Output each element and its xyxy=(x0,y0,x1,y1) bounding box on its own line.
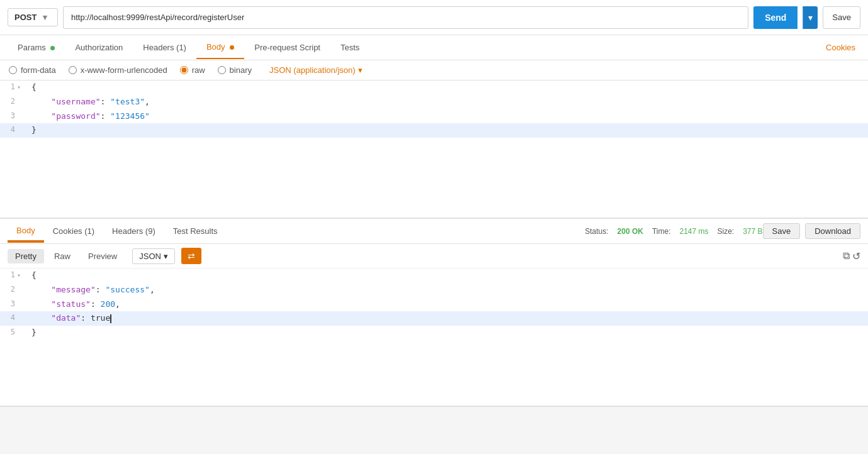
response-header: Body Cookies (1) Headers (9) Test Result… xyxy=(0,219,868,244)
json-select-chevron-icon: ▾ xyxy=(164,252,168,261)
response-download-button[interactable]: Download xyxy=(805,223,860,239)
status-value: 200 OK xyxy=(617,227,643,236)
request-line-3: 3 "password": "123456" xyxy=(0,109,868,124)
res-tab-headers[interactable]: Headers (9) xyxy=(103,220,164,242)
url-input[interactable] xyxy=(63,6,748,29)
urlencoded-radio[interactable] xyxy=(69,66,77,74)
raw-radio[interactable] xyxy=(180,66,188,74)
method-chevron-icon: ▾ xyxy=(43,13,47,22)
send-button[interactable]: Send xyxy=(753,6,798,29)
fold-arrow-1[interactable]: ▾ xyxy=(17,82,21,92)
cookies-link[interactable]: Cookies xyxy=(821,36,860,58)
json-type-label: JSON (application/json) xyxy=(269,65,356,75)
tab-pre-request[interactable]: Pre-request Script xyxy=(244,36,330,58)
response-json-dropdown[interactable]: JSON ▾ xyxy=(132,248,175,264)
response-body-editor[interactable]: 1 ▾ { 2 "message": "success", 3 "status"… xyxy=(0,269,868,407)
request-line-2: 2 "username": "test3", xyxy=(0,95,868,109)
response-line-3: 3 "status": 200, xyxy=(0,297,868,312)
send-dropdown-button[interactable]: ▾ xyxy=(803,6,818,29)
format-preview-button[interactable]: Preview xyxy=(81,249,125,263)
line-num-wrap-1: 1 ▾ xyxy=(0,81,26,93)
json-type-dropdown[interactable]: JSON (application/json) ▾ xyxy=(269,65,363,75)
method-selector[interactable]: POST ▾ xyxy=(8,8,58,26)
body-dot xyxy=(230,45,234,50)
response-line-1: 1 ▾ { xyxy=(0,269,868,283)
request-line-1: 1 ▾ { xyxy=(0,80,868,95)
request-tabs: Params Authorization Headers (1) Body Pr… xyxy=(0,35,868,60)
response-section: Body Cookies (1) Headers (9) Test Result… xyxy=(0,219,868,407)
method-label: POST xyxy=(14,13,37,22)
form-data-radio[interactable] xyxy=(9,66,17,74)
save-button[interactable]: Save xyxy=(823,6,860,29)
wrap-button[interactable]: ⇄ xyxy=(181,248,201,264)
format-raw-button[interactable]: Raw xyxy=(47,249,78,263)
params-dot xyxy=(50,46,55,50)
format-pretty-button[interactable]: Pretty xyxy=(8,249,44,263)
size-value: 377 B xyxy=(743,227,762,236)
raw-option[interactable]: raw xyxy=(180,65,205,75)
request-body-editor[interactable]: 1 ▾ { 2 "username": "test3", 3 "password… xyxy=(0,80,868,219)
res-tab-body[interactable]: Body xyxy=(8,219,44,243)
tab-params[interactable]: Params xyxy=(8,36,65,58)
tab-tests[interactable]: Tests xyxy=(330,36,369,58)
json-dropdown-icon: ▾ xyxy=(358,65,363,75)
res-tab-cookies[interactable]: Cookies (1) xyxy=(44,220,103,242)
response-line-2: 2 "message": "success", xyxy=(0,283,868,297)
res-tab-test-results[interactable]: Test Results xyxy=(164,220,227,242)
response-line-5: 5 } xyxy=(0,326,868,340)
response-fold-1[interactable]: ▾ xyxy=(17,270,21,280)
tab-body[interactable]: Body xyxy=(196,36,244,59)
time-value: 2147 ms xyxy=(679,227,708,236)
response-save-button[interactable]: Save xyxy=(763,223,801,239)
tab-headers[interactable]: Headers (1) xyxy=(133,36,196,58)
response-format-bar: Pretty Raw Preview JSON ▾ ⇄ ⧉ ↺ xyxy=(0,244,868,269)
response-line-4: 4 "data": true xyxy=(0,311,868,326)
binary-radio[interactable] xyxy=(218,66,226,74)
copy-button[interactable]: ⧉ xyxy=(843,250,850,262)
status-info: Status: 200 OK Time: 2147 ms Size: 377 B xyxy=(585,227,762,236)
binary-option[interactable]: binary xyxy=(218,65,252,75)
urlencoded-option[interactable]: x-www-form-urlencoded xyxy=(69,65,167,75)
body-options: form-data x-www-form-urlencoded raw bina… xyxy=(0,60,868,80)
tab-authorization[interactable]: Authorization xyxy=(65,36,133,58)
top-bar: POST ▾ Send ▾ Save xyxy=(0,0,868,35)
form-data-option[interactable]: form-data xyxy=(9,65,56,75)
refresh-button[interactable]: ↺ xyxy=(852,250,860,262)
request-line-4: 4 } xyxy=(0,123,868,138)
